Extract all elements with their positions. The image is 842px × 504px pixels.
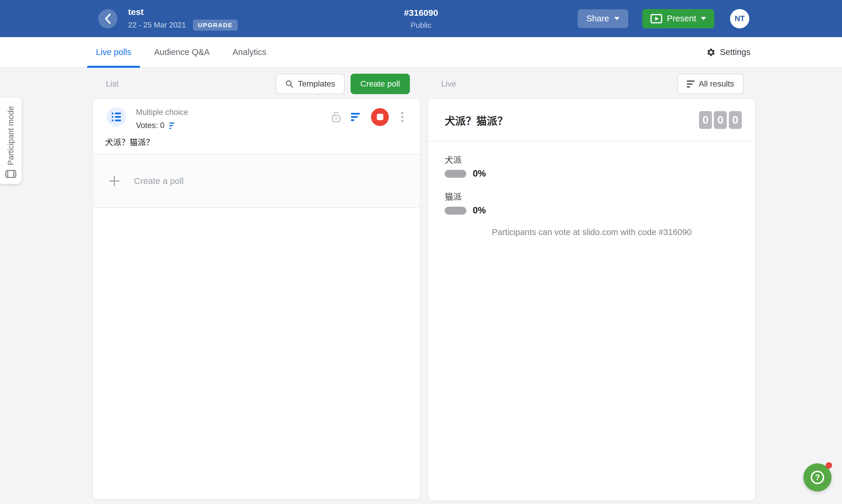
live-toolbar: Live All results [428, 74, 755, 94]
settings-label: Settings [720, 47, 751, 57]
share-label: Share [587, 14, 609, 23]
event-code: #316090 [404, 7, 438, 18]
live-results-card: 犬派？猫派？ 0 0 0 犬派 0% [428, 99, 755, 501]
section-tabbar: Live polls Audience Q&A Analytics Settin… [0, 37, 842, 68]
event-header: test 22 - 25 Mar 2021 UPGRADE #316090 Pu… [0, 0, 842, 37]
result-option: 猫派 0% [445, 190, 739, 216]
poll-options-menu-icon[interactable] [400, 110, 405, 123]
event-code-block: #316090 Public [404, 7, 438, 30]
gear-icon [706, 48, 716, 57]
participant-mode-label: Participant mode [6, 106, 16, 165]
chevron-left-icon [104, 13, 112, 24]
present-label: Present [667, 14, 696, 23]
option-label: 犬派 [445, 153, 739, 165]
show-results-icon[interactable] [351, 113, 360, 121]
chevron-down-icon [701, 17, 706, 20]
event-title: test [128, 7, 238, 17]
poll-type-label: Multiple choice [136, 108, 188, 117]
stop-poll-button[interactable] [371, 108, 389, 126]
votes-bars-icon [169, 123, 174, 129]
counter-digit: 0 [729, 111, 742, 129]
create-a-poll-row[interactable]: Create a poll [93, 155, 420, 207]
header-right-group: Share Present NT [578, 9, 749, 28]
present-play-icon [650, 14, 662, 23]
tab-live-polls[interactable]: Live polls [87, 37, 140, 67]
poll-list-item[interactable]: Multiple choice Votes: 0 [93, 99, 420, 130]
plus-icon [109, 175, 120, 186]
list-label: List [106, 79, 119, 89]
live-question-title: 犬派？猫派？ [445, 112, 508, 128]
create-poll-button[interactable]: Create poll [351, 74, 410, 94]
question-mark-icon: ? [811, 471, 824, 484]
poll-question: 犬派？猫派？ [93, 130, 420, 148]
upgrade-badge[interactable]: UPGRADE [193, 20, 238, 31]
content-area: List Templates Create poll Live [0, 68, 842, 501]
share-button[interactable]: Share [578, 10, 628, 28]
live-label: Live [441, 79, 456, 89]
present-button[interactable]: Present [642, 9, 714, 28]
participants-vote-note: Participants can vote at slido.com with … [445, 228, 739, 237]
poll-list-card: Multiple choice Votes: 0 [93, 99, 420, 499]
unlock-icon[interactable] [331, 110, 341, 123]
create-a-poll-label: Create a poll [134, 176, 184, 186]
polls-toolbar: List Templates Create poll [93, 74, 420, 94]
all-results-label: All results [699, 79, 734, 89]
option-bar [445, 170, 466, 178]
slido-admin-app: test 22 - 25 Mar 2021 UPGRADE #316090 Pu… [0, 0, 842, 504]
option-percent: 0% [473, 168, 486, 179]
event-dates: 22 - 25 Mar 2021 [128, 20, 186, 30]
toolbar: List Templates Create poll Live [93, 74, 842, 94]
templates-button[interactable]: Templates [276, 74, 345, 94]
event-meta: test 22 - 25 Mar 2021 UPGRADE [128, 7, 238, 31]
counter-digit: 0 [699, 111, 712, 129]
user-avatar[interactable]: NT [730, 9, 749, 28]
participant-mode-tab[interactable]: Participant mode [0, 97, 22, 184]
settings-button[interactable]: Settings [706, 37, 751, 67]
divider [93, 207, 420, 208]
search-icon [285, 79, 294, 88]
all-results-button[interactable]: All results [677, 74, 744, 94]
tab-audience-qa[interactable]: Audience Q&A [145, 37, 218, 67]
back-button[interactable] [98, 9, 118, 28]
vote-counter: 0 0 0 [699, 111, 742, 129]
create-poll-label: Create poll [360, 79, 400, 89]
option-percent: 0% [473, 205, 486, 216]
poll-type-badge [107, 107, 126, 127]
phone-landscape-icon [5, 170, 16, 178]
poll-votes-label: Votes: 0 [136, 121, 165, 130]
stop-square-icon [377, 114, 383, 120]
event-visibility: Public [404, 20, 438, 30]
multiple-choice-icon [112, 112, 121, 121]
tab-analytics[interactable]: Analytics [223, 37, 275, 67]
option-bar [445, 207, 466, 215]
result-option: 犬派 0% [445, 153, 739, 179]
counter-digit: 0 [714, 111, 727, 129]
header-left-group: test 22 - 25 Mar 2021 UPGRADE [98, 7, 238, 31]
help-button[interactable]: ? [803, 463, 831, 491]
templates-label: Templates [298, 79, 335, 89]
notification-dot [826, 462, 832, 469]
results-bars-icon [687, 80, 695, 88]
option-label: 猫派 [445, 190, 739, 202]
chevron-down-icon [614, 17, 620, 20]
